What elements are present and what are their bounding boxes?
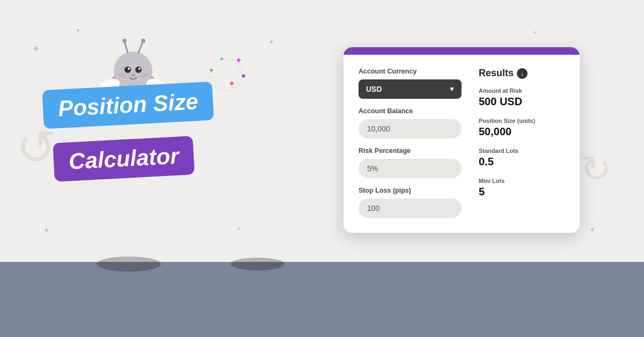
results-title-text: Results	[479, 68, 514, 79]
currency-select-wrapper: USD EUR GBP JPY AUD ▼	[358, 79, 462, 99]
stoploss-label: Stop Loss (pips)	[358, 187, 462, 194]
star-3: ✦	[268, 38, 275, 46]
mini-lots-label: Mini Lots	[479, 178, 565, 184]
svg-text:✦: ✦	[235, 56, 242, 65]
svg-text:✦: ✦	[219, 55, 224, 63]
stoploss-input[interactable]	[358, 199, 462, 218]
shadow-bump-1	[97, 257, 161, 272]
spiral-right: ↻	[580, 150, 612, 188]
title-position-size: Position Size	[42, 82, 214, 129]
card-body: Account Currency USD EUR GBP JPY AUD ▼ A…	[343, 55, 580, 233]
star-6: ✦	[589, 225, 596, 234]
balance-label: Account Balance	[358, 107, 462, 115]
calculator-card: Account Currency USD EUR GBP JPY AUD ▼ A…	[343, 47, 580, 233]
title-section: Position Size Calculator	[43, 86, 213, 178]
ground	[0, 262, 644, 337]
amount-at-risk-item: Amount at Risk 500 USD	[479, 87, 565, 108]
standard-lots-value: 0.5	[479, 156, 565, 168]
svg-line-2	[125, 42, 128, 53]
risk-input[interactable]	[358, 159, 462, 178]
position-size-label: Position Size (units)	[479, 118, 565, 124]
card-header	[343, 47, 580, 55]
risk-label: Risk Percentage	[358, 147, 462, 155]
amount-at-risk-value: 500 USD	[479, 96, 565, 108]
svg-point-8	[128, 68, 130, 70]
svg-text:✦: ✦	[208, 66, 215, 75]
svg-point-9	[138, 68, 141, 70]
mini-lots-item: Mini Lots 5	[479, 178, 565, 198]
standard-lots-label: Standard Lots	[479, 148, 565, 154]
balance-input[interactable]	[358, 119, 462, 138]
svg-point-7	[135, 67, 142, 73]
results-info-icon: ↓	[517, 68, 528, 79]
svg-point-10	[119, 73, 126, 77]
svg-point-11	[140, 73, 148, 77]
currency-label: Account Currency	[358, 68, 462, 75]
svg-point-6	[125, 67, 131, 73]
svg-point-12	[131, 74, 135, 76]
input-section: Account Currency USD EUR GBP JPY AUD ▼ A…	[358, 68, 462, 218]
position-size-value: 50,000	[479, 126, 565, 138]
star-1: ✦	[32, 43, 40, 55]
svg-text:◆: ◆	[241, 72, 246, 78]
star-5: ✦	[43, 225, 50, 236]
currency-select[interactable]: USD EUR GBP JPY AUD	[358, 79, 462, 99]
star-4: ✦	[532, 30, 537, 35]
mini-lots-value: 5	[479, 186, 565, 198]
svg-point-5	[141, 39, 145, 43]
star-7: ✦	[236, 225, 241, 232]
amount-at-risk-label: Amount at Risk	[479, 87, 565, 94]
position-size-item: Position Size (units) 50,000	[479, 118, 565, 138]
svg-text:◆: ◆	[230, 80, 234, 86]
results-title: Results ↓	[479, 68, 565, 79]
shadow-bump-2	[231, 258, 284, 270]
star-2: ✦	[75, 27, 80, 34]
svg-line-4	[138, 42, 143, 53]
standard-lots-item: Standard Lots 0.5	[479, 148, 565, 168]
svg-point-3	[122, 39, 127, 43]
title-calculator: Calculator	[53, 136, 195, 182]
results-section: Results ↓ Amount at Risk 500 USD Positio…	[479, 68, 565, 218]
